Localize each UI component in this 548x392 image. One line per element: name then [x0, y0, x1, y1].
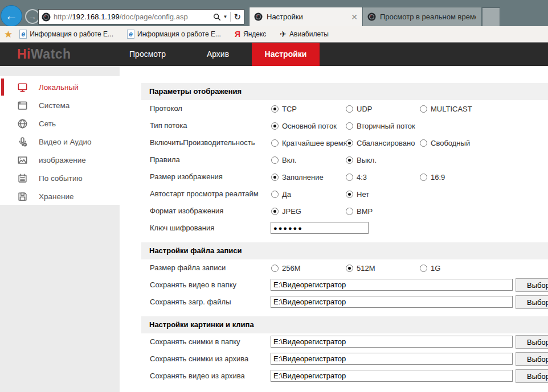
browser-tab[interactable]: Просмотр в реальном време...: [363, 7, 481, 26]
favorites-bar: ★ e Информация о работе Е... e Информаци…: [0, 26, 548, 43]
chevron-down-icon[interactable]: ▼: [223, 14, 228, 19]
radio-icon[interactable]: [271, 156, 279, 164]
browse-button[interactable]: Выбор: [516, 278, 548, 292]
new-tab-button[interactable]: [482, 7, 500, 26]
field-label: Правила: [150, 151, 180, 168]
radio-option[interactable]: TCP: [271, 100, 297, 117]
folder-path-input[interactable]: [271, 336, 513, 348]
radio-icon[interactable]: [346, 139, 353, 147]
field-label: Сохранять снимки из архива: [150, 350, 248, 368]
radio-icon[interactable]: [271, 105, 279, 113]
radio-icon[interactable]: [420, 174, 427, 181]
radio-icon[interactable]: [271, 122, 279, 130]
radio-option[interactable]: 256M: [271, 259, 301, 277]
radio-option[interactable]: Выкл.: [346, 151, 377, 168]
encryption-key-input[interactable]: [271, 222, 369, 234]
favorites-item[interactable]: e Информация о работе Е...: [19, 30, 113, 39]
radio-option[interactable]: Вкл.: [271, 151, 297, 168]
radio-option[interactable]: Сбалансировано: [346, 134, 415, 151]
settings-row: Размер изображенияЗаполнение4:316:9: [141, 168, 548, 185]
radio-option[interactable]: Основной поток: [271, 117, 337, 134]
radio-option[interactable]: JPEG: [271, 203, 301, 220]
radio-option[interactable]: Кратчайшее время: [271, 134, 347, 151]
radio-icon[interactable]: [420, 105, 427, 113]
radio-option[interactable]: Свободный: [420, 134, 470, 151]
sidebar-item-label: Система: [39, 101, 69, 110]
favorites-item-label: Информация о работе Е...: [30, 30, 113, 38]
favorites-item[interactable]: Я Яндекс: [235, 30, 266, 39]
nav-item-settings[interactable]: Настройки: [252, 43, 320, 66]
section-header: Параметры отображения: [141, 83, 548, 100]
search-icon[interactable]: [213, 13, 221, 21]
yandex-icon: Я: [235, 30, 240, 39]
radio-option[interactable]: 1G: [420, 259, 440, 277]
back-button[interactable]: ←: [1, 5, 22, 27]
sidebar-item-storage[interactable]: Хранение: [0, 187, 120, 205]
address-bar[interactable]: http://192.168.1.199/doc/page/config.asp…: [38, 9, 244, 24]
nav-item-archive[interactable]: Архив: [199, 43, 236, 66]
refresh-icon[interactable]: ↻: [234, 12, 241, 22]
radio-icon[interactable]: [346, 265, 353, 272]
ie-page-icon: e: [127, 30, 134, 39]
radio-option[interactable]: Заполнение: [271, 168, 324, 185]
sidebar-item-microphone[interactable]: Видео и Аудио: [0, 133, 120, 151]
radio-icon[interactable]: [346, 191, 353, 198]
browse-button[interactable]: Выбор: [516, 295, 548, 309]
radio-option[interactable]: 16:9: [420, 168, 445, 185]
sidebar-item-label: изображение: [39, 156, 86, 164]
radio-option[interactable]: Нет: [346, 185, 369, 203]
radio-icon[interactable]: [420, 265, 427, 272]
radio-icon[interactable]: [271, 174, 279, 181]
folder-path-input[interactable]: [271, 296, 513, 308]
folder-path-input[interactable]: [271, 279, 513, 291]
ie-page-icon: e: [19, 30, 27, 39]
radio-icon[interactable]: [346, 208, 353, 215]
radio-option[interactable]: MULTICAST: [420, 100, 472, 117]
settings-row: Сохранять загр. файлыВыбор: [141, 294, 548, 311]
radio-icon[interactable]: [420, 139, 427, 147]
radio-option-label: Заполнение: [282, 173, 324, 181]
folder-path-input[interactable]: [271, 353, 513, 365]
sidebar: Локальный Система Сеть Видео и Аудио изо…: [0, 66, 120, 392]
sidebar-item-monitor[interactable]: Локальный: [0, 78, 120, 96]
sidebar-item-event[interactable]: По событию: [0, 169, 120, 187]
browse-button[interactable]: Выбор: [516, 369, 548, 383]
favorites-item[interactable]: ✈ Авиабилеты: [280, 30, 328, 39]
radio-icon[interactable]: [346, 174, 353, 181]
field-label: Размер изображения: [150, 168, 223, 185]
sidebar-item-image[interactable]: изображение: [0, 151, 120, 169]
event-icon: [17, 173, 28, 184]
radio-option[interactable]: 512M: [346, 259, 375, 277]
nav-item-live[interactable]: Просмотр: [122, 43, 173, 66]
globe-icon: [17, 118, 28, 129]
sidebar-item-globe[interactable]: Сеть: [0, 114, 120, 133]
radio-icon[interactable]: [271, 191, 279, 198]
settings-content: Параметры отображенияПротоколTCPUDPMULTI…: [120, 66, 548, 392]
settings-row: Сохранять снимки в папкуВыбор: [141, 333, 548, 350]
browser-tab[interactable]: Настройки ✕: [249, 7, 363, 26]
radio-icon[interactable]: [271, 139, 279, 147]
sidebar-item-window[interactable]: Система: [0, 96, 120, 114]
browse-button[interactable]: Выбор: [516, 352, 548, 366]
radio-option[interactable]: Вторичный поток: [346, 117, 415, 134]
browse-button[interactable]: Выбор: [516, 335, 548, 349]
favorites-star-icon[interactable]: ★: [4, 28, 13, 40]
radio-option[interactable]: 4:3: [346, 168, 367, 185]
favorites-item-label: Яндекс: [243, 30, 266, 38]
radio-option[interactable]: Да: [271, 185, 291, 203]
back-icon: ←: [5, 9, 18, 23]
settings-row: Тип потокаОсновной потокВторичный поток: [141, 117, 548, 134]
radio-icon[interactable]: [271, 265, 279, 272]
radio-icon[interactable]: [346, 105, 353, 113]
radio-option-label: Вторичный поток: [357, 122, 415, 130]
favorites-item-label: Информация о работе Е...: [137, 30, 221, 38]
radio-option[interactable]: UDP: [346, 100, 372, 117]
field-label: Размер файла записи: [150, 259, 226, 277]
radio-icon[interactable]: [346, 122, 353, 130]
radio-option[interactable]: BMP: [346, 203, 373, 220]
folder-path-input[interactable]: [271, 370, 513, 382]
radio-icon[interactable]: [346, 156, 353, 164]
radio-icon[interactable]: [271, 208, 279, 215]
close-icon[interactable]: ✕: [351, 13, 358, 22]
favorites-item[interactable]: e Информация о работе Е...: [127, 30, 221, 39]
